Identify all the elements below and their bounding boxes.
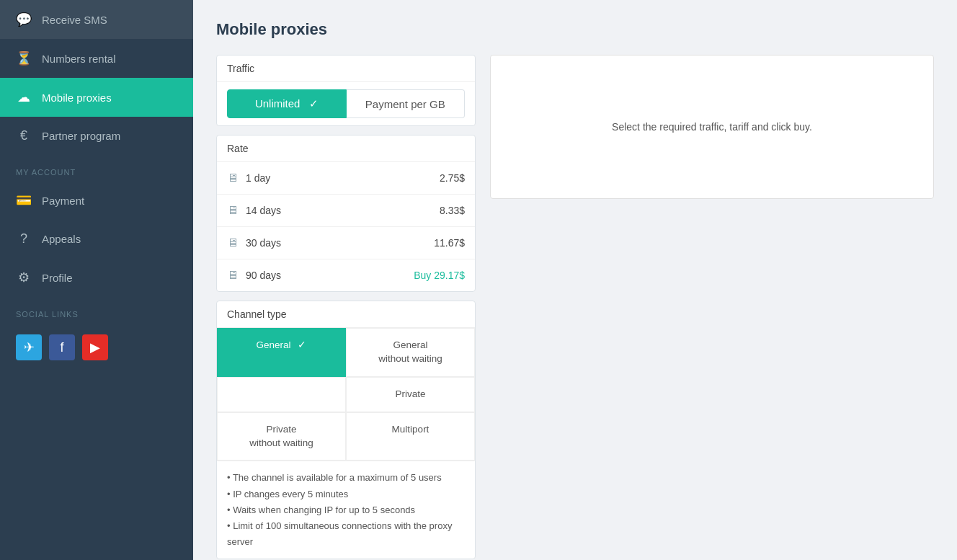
rate-header: Rate (217, 135, 475, 162)
channel-notes: • The channel is available for a maximum… (217, 461, 475, 558)
rate-price-1day: 2.75$ (440, 172, 465, 184)
channel-private[interactable]: Private (346, 377, 475, 412)
rate-row-14days: 🖥 14 days 8.33$ (217, 195, 475, 227)
channel-multiport[interactable]: Multiport (346, 412, 475, 461)
rate-label-30days: 30 days (246, 237, 434, 249)
my-account-label: MY ACCOUNT (0, 155, 193, 181)
channel-empty (217, 377, 346, 412)
traffic-payment-per-gb-btn[interactable]: Payment per GB (347, 89, 466, 118)
euro-icon: € (16, 128, 32, 143)
note-2: • IP changes every 5 minutes (227, 486, 465, 502)
sidebar-label-profile: Profile (42, 272, 73, 284)
sidebar-label-appeals: Appeals (42, 233, 81, 245)
channel-private-without-waiting[interactable]: Privatewithout waiting (217, 412, 346, 461)
rate-icon-14days: 🖥 (227, 204, 239, 217)
channel-general[interactable]: General ✓ (217, 328, 346, 377)
traffic-unlimited-btn[interactable]: Unlimited ✓ (227, 89, 347, 118)
note-4: • Limit of 100 simultaneous connections … (227, 518, 465, 550)
payment-icon: 💳 (16, 192, 32, 208)
right-panel-message: Select the required traffic, tariff and … (612, 121, 812, 133)
sidebar-item-numbers-rental[interactable]: ⏳ Numbers rental (0, 39, 193, 78)
rate-price-30days: 11.67$ (434, 237, 465, 249)
rate-row-1day: 🖥 1 day 2.75$ (217, 162, 475, 195)
traffic-header: Traffic (217, 55, 475, 82)
traffic-card: Traffic Unlimited ✓ Payment per GB (216, 55, 476, 126)
right-panel: Select the required traffic, tariff and … (490, 55, 934, 199)
sidebar-label-numbers-rental: Numbers rental (42, 53, 116, 65)
rate-row-30days: 🖥 30 days 11.67$ (217, 227, 475, 259)
main-content: Mobile proxies Traffic Unlimited ✓ Payme… (193, 0, 957, 560)
traffic-toggle-row: Unlimited ✓ Payment per GB (217, 82, 475, 125)
rate-body: 🖥 1 day 2.75$ 🖥 14 days 8.33$ 🖥 30 days … (217, 162, 475, 291)
rate-icon-1day: 🖥 (227, 172, 239, 185)
telegram-button[interactable]: ✈ (16, 334, 42, 360)
sidebar-item-partner-program[interactable]: € Partner program (0, 117, 193, 155)
rate-label-1day: 1 day (246, 172, 440, 184)
sidebar-nav: 💬 Receive SMS ⏳ Numbers rental ☁ Mobile … (0, 0, 193, 560)
rate-icon-30days: 🖥 (227, 236, 239, 249)
channel-general-without-waiting[interactable]: Generalwithout waiting (346, 328, 475, 377)
sidebar-item-mobile-proxies[interactable]: ☁ Mobile proxies (0, 78, 193, 117)
content-layout: Traffic Unlimited ✓ Payment per GB R (216, 55, 934, 560)
check-icon: ✓ (309, 97, 319, 110)
rate-icon-90days: 🖥 (227, 269, 239, 282)
sidebar: 💬 Receive SMS ⏳ Numbers rental ☁ Mobile … (0, 0, 193, 560)
note-1: • The channel is available for a maximum… (227, 470, 465, 486)
channel-type-header: Channel type (217, 301, 475, 328)
rate-buy-90days[interactable]: Buy 29.17$ (414, 270, 465, 281)
note-3: • Waits when changing IP for up to 5 sec… (227, 502, 465, 518)
sidebar-item-receive-sms[interactable]: 💬 Receive SMS (0, 0, 193, 39)
rate-row-90days: 🖥 90 days Buy 29.17$ (217, 259, 475, 291)
sidebar-item-payment[interactable]: 💳 Payment (0, 181, 193, 220)
rate-price-14days: 8.33$ (440, 205, 465, 216)
youtube-button[interactable]: ▶ (82, 334, 108, 360)
traffic-body: Unlimited ✓ Payment per GB (217, 82, 475, 125)
rate-label-14days: 14 days (246, 205, 440, 216)
page-title: Mobile proxies (216, 20, 934, 39)
sidebar-item-appeals[interactable]: ? Appeals (0, 220, 193, 258)
sidebar-label-partner-program: Partner program (42, 130, 120, 142)
left-panel: Traffic Unlimited ✓ Payment per GB R (216, 55, 476, 560)
channel-type-card: Channel type General ✓ Generalwithout wa… (216, 301, 476, 559)
rate-card: Rate 🖥 1 day 2.75$ 🖥 14 days 8.33$ 🖥 (216, 135, 476, 292)
facebook-button[interactable]: f (49, 334, 75, 360)
sidebar-label-mobile-proxies: Mobile proxies (42, 92, 112, 104)
sidebar-label-receive-sms: Receive SMS (42, 14, 107, 26)
sidebar-item-profile[interactable]: ⚙ Profile (0, 258, 193, 297)
question-icon: ? (16, 231, 32, 246)
social-links: ✈ f ▶ (0, 323, 193, 378)
hourglass-icon: ⏳ (16, 50, 32, 66)
cloud-icon: ☁ (16, 89, 32, 105)
channel-type-body: General ✓ Generalwithout waiting Private (217, 328, 475, 559)
sidebar-label-payment: Payment (42, 195, 84, 207)
chat-icon: 💬 (16, 12, 32, 27)
channel-grid: General ✓ Generalwithout waiting Private (217, 328, 475, 461)
social-links-label: SOCIAL LINKS (0, 297, 193, 323)
gear-icon: ⚙ (16, 270, 32, 285)
rate-label-90days: 90 days (246, 270, 414, 281)
